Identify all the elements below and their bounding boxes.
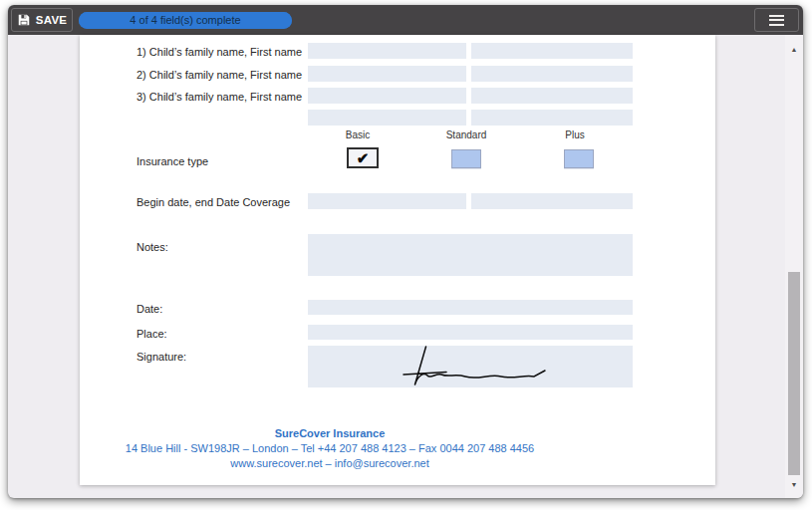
footer-web-line: www.surecover.net – info@surecover.net — [80, 456, 580, 471]
document-footer: SureCover Insurance 14 Blue Hill - SW198… — [80, 426, 580, 471]
child-row-2-label: 2) Child’s family name, First name — [136, 67, 302, 83]
hamburger-icon — [769, 19, 784, 21]
coverage-dates-label: Begin date, end Date Coverage — [136, 194, 290, 210]
column-header-plus: Plus — [545, 129, 605, 140]
progress-label: 4 of 4 field(s) complete — [79, 12, 292, 29]
menu-button[interactable] — [754, 8, 799, 32]
end-date-field[interactable] — [471, 193, 633, 209]
child-2-family-name-field[interactable] — [308, 66, 466, 82]
child-4-first-name-field[interactable] — [471, 110, 633, 126]
scrollbar-thumb[interactable] — [788, 272, 800, 475]
signature-scribble — [399, 345, 548, 390]
checkbox-plus[interactable] — [564, 149, 594, 168]
signature-label: Signature: — [136, 349, 186, 365]
toolbar: SAVE 4 of 4 field(s) complete — [8, 5, 803, 35]
child-row-3-label: 3) Child’s family name, First name — [136, 89, 302, 105]
child-1-family-name-field[interactable] — [308, 43, 466, 59]
column-header-standard: Standard — [436, 129, 496, 140]
fields-progress-bar: 4 of 4 field(s) complete — [79, 12, 292, 29]
save-button[interactable]: SAVE — [11, 8, 73, 32]
child-3-family-name-field[interactable] — [308, 88, 466, 104]
place-label: Place: — [136, 326, 167, 342]
place-field[interactable] — [308, 325, 633, 340]
notes-field[interactable] — [308, 234, 633, 276]
hamburger-icon — [769, 15, 784, 17]
begin-date-field[interactable] — [308, 193, 466, 209]
save-button-label: SAVE — [36, 14, 68, 26]
scroll-up-icon[interactable]: ▲ — [785, 41, 803, 57]
child-2-first-name-field[interactable] — [471, 66, 633, 82]
child-4-family-name-field[interactable] — [308, 110, 466, 126]
scroll-down-icon[interactable]: ▼ — [785, 476, 803, 492]
date-label: Date: — [136, 301, 162, 317]
save-floppy-icon — [17, 13, 31, 27]
child-row-1-label: 1) Child’s family name, First name — [136, 44, 302, 60]
insurance-type-label: Insurance type — [136, 153, 208, 169]
child-1-first-name-field[interactable] — [471, 43, 633, 59]
date-field[interactable] — [308, 300, 633, 315]
hamburger-icon — [769, 24, 784, 26]
checkmark-icon: ✔ — [357, 150, 370, 165]
footer-address-line: 14 Blue Hill - SW198JR – London – Tel +4… — [80, 441, 580, 456]
app-window: SAVE 4 of 4 field(s) complete 1) Child’s… — [8, 5, 803, 498]
vertical-scrollbar[interactable]: ▲ ▼ — [785, 35, 803, 498]
document-page: 1) Child’s family name, First name 2) Ch… — [80, 35, 715, 485]
notes-label: Notes: — [136, 239, 168, 255]
column-header-basic: Basic — [328, 129, 388, 140]
child-3-first-name-field[interactable] — [471, 88, 633, 104]
footer-company-name: SureCover Insurance — [80, 426, 580, 441]
checkbox-basic[interactable]: ✔ — [347, 147, 379, 168]
checkbox-standard[interactable] — [451, 149, 481, 168]
